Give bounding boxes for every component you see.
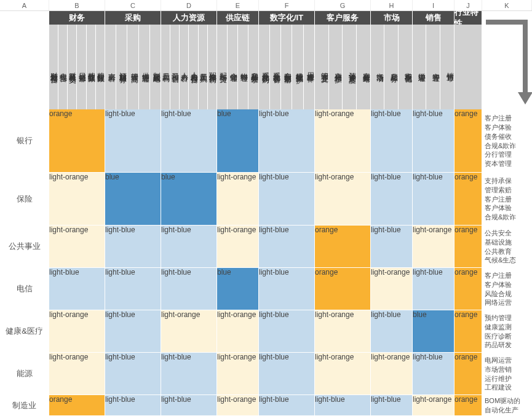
sub-header: 产品和服务 (384, 25, 399, 109)
annotation-line: 风险合规 (485, 289, 532, 299)
heatmap-cell: light-blue (259, 226, 315, 267)
annotation-line: 债务催收 (485, 132, 532, 141)
sub-header: 人力分析和报告 (189, 25, 198, 109)
heatmap-cell: light-orange (315, 310, 371, 352)
heatmap-cell: light-blue (259, 268, 315, 310)
heatmap-cell: light-blue (413, 173, 455, 225)
heatmap-cell: light-blue (161, 109, 217, 172)
row-annotation: 预约管理健康监测医疗诊断药品研发 (482, 310, 532, 353)
column-letter: K (482, 0, 532, 10)
annotation-line: 资本管理 (485, 159, 532, 168)
row-annotation: 客户注册客户体验债务催收合规&欺诈分行管理资本管理 (482, 109, 532, 173)
heatmap-cell: light-blue (371, 226, 413, 267)
heatmap-cell: light-orange (413, 395, 455, 415)
heatmap-cell: blue (217, 268, 259, 310)
grid-area: 财务采购人力资源供应链数字化/IT客户服务市场销售行业特性财务计划和报告合规报告… (49, 11, 482, 416)
annotation-line: 市场营销 (485, 365, 532, 374)
row-header: 电信 (0, 268, 49, 310)
column-letter: A (0, 0, 49, 10)
heatmap-cell: light-blue (413, 109, 455, 172)
annotation-line: 气候&生态 (485, 256, 532, 265)
heatmap-cell: light-blue (105, 268, 161, 310)
heatmap-cell: orange (455, 109, 482, 172)
group-header: 采购 (105, 11, 161, 25)
heatmap-cell: orange (455, 268, 482, 310)
heatmap-cell: light-orange (217, 173, 259, 225)
heatmap-cell: light-blue (413, 268, 455, 310)
sub-header: 客户信息维护 (329, 25, 343, 109)
annotation-line: 药品研发 (485, 340, 532, 350)
annotation-line: 健康监测 (485, 323, 532, 332)
heatmap-cell: light-blue (259, 310, 315, 352)
heatmap-cell: light-orange (49, 226, 105, 267)
heatmap-cell: light-orange (217, 395, 259, 415)
heatmap-cell: light-blue (413, 353, 455, 394)
sub-header: 市场活动 (371, 25, 385, 109)
annotation-line: 客户注册 (485, 195, 532, 204)
heatmap-cell: light-orange (315, 353, 371, 394)
sub-header: 产品和服务需求 (248, 25, 259, 109)
heatmap-cell: light-blue (105, 310, 161, 352)
annotation-line: 客户体验 (485, 203, 532, 213)
sub-header: 系统开发和访问 (259, 25, 270, 109)
row-header: 公共事业 (0, 226, 49, 268)
group-header: 销售 (413, 11, 455, 25)
group-header: 财务 (49, 11, 105, 25)
row-header: 银行 (0, 109, 49, 173)
sub-header: 支出分析 (105, 25, 116, 109)
annotation-line: 合规&欺诈 (485, 213, 532, 222)
annotation-line: 网络运营 (485, 298, 532, 307)
heatmap-cell: light-blue (161, 226, 217, 267)
heatmap-cell: light-orange (217, 310, 259, 352)
heatmap-cell: light-orange (413, 226, 455, 267)
group-header: 客户服务 (315, 11, 371, 25)
sub-header: 物料管理 (238, 25, 248, 109)
heatmap-cell: light-blue (371, 109, 413, 172)
group-header: 数字化/IT (259, 11, 315, 25)
group-header: 行业特性 (455, 11, 482, 25)
annotation-line: 工程建设 (485, 383, 532, 392)
group-header: 供应链 (217, 11, 259, 25)
annotation-line: 客户注册 (485, 271, 532, 280)
sub-header: 供应商管理 (139, 25, 150, 109)
sub-header: 制定采购战略 (150, 25, 161, 109)
sub-header: 系统开发和设备 (270, 25, 281, 109)
sub-header: 职位发布和招聘 (208, 25, 217, 109)
sub-header: 渠道管理 (413, 25, 427, 109)
annotation-line: 客户体验 (485, 123, 532, 132)
column-letter-row: ABCDEFGHIJK (0, 0, 532, 11)
column-letter: G (315, 0, 371, 10)
row-annotation: 支持承保管理索赔客户注册客户体验合规&欺诈 (482, 173, 532, 226)
heatmap-cell: light-orange (49, 173, 105, 225)
heatmap-cell: orange (315, 268, 371, 310)
heatmap-cell: blue (105, 173, 161, 225)
heatmap-cell: orange (315, 226, 371, 267)
row-annotation: 电网运营市场营销运行维护工程建设 (482, 353, 532, 395)
annotation-line: BOM驱动的 (485, 396, 532, 406)
heatmap-cell: light-blue (259, 109, 315, 172)
heatmap-cell: light-blue (161, 268, 217, 310)
sub-header: 市场洞察优化 (399, 25, 413, 109)
heatmap-cell: light-blue (371, 310, 413, 352)
row-header: 保险 (0, 173, 49, 226)
annotation-line: 管理索赔 (485, 186, 532, 195)
heatmap-cell: blue (161, 173, 217, 225)
sub-header: 评估客户满意度 (343, 25, 357, 109)
heatmap-cell: light-orange (49, 310, 105, 352)
sub-header: 处理应收账款 (87, 25, 96, 109)
sub-header: 维护和实施保护 (292, 25, 303, 109)
heatmap-cell: light-blue (161, 395, 217, 415)
annotation-line: 支持承保 (485, 176, 532, 186)
sub-header: 日记账分录 (77, 25, 86, 109)
annotation-line: 公共安全 (485, 229, 532, 238)
heatmap-cell: light-orange (217, 226, 259, 267)
sub-header: 财务计划和报告 (49, 25, 58, 109)
heatmap-cell: light-blue (105, 109, 161, 172)
heatmap-cell: light-blue (259, 353, 315, 394)
sub-header: 管理供应商 (127, 25, 138, 109)
sub-header: 新员工入职 (199, 25, 208, 109)
heatmap-cell: orange (455, 395, 482, 415)
sub-header: 员工福利 (161, 25, 170, 109)
annotation-line: 分行管理 (485, 150, 532, 159)
heatmap-cell: orange (455, 353, 482, 394)
